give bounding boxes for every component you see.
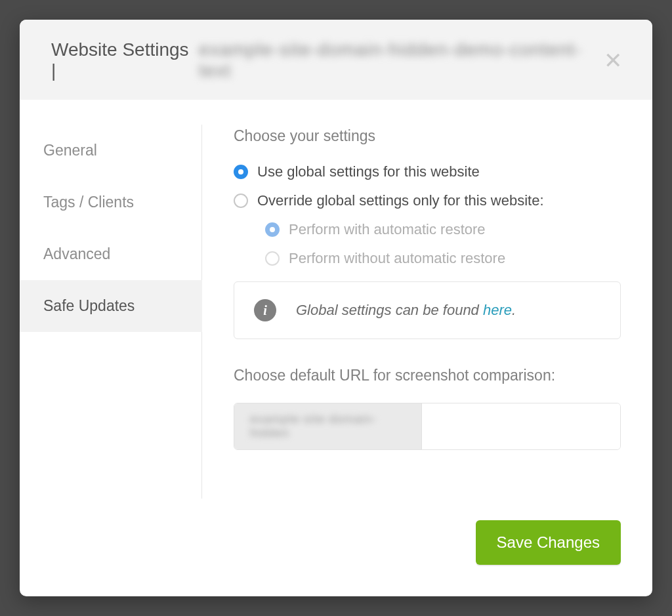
modal-title: Website Settings | example-site-domain-h…	[51, 39, 600, 81]
global-settings-info: i Global settings can be found here.	[234, 281, 621, 339]
info-icon: i	[254, 299, 276, 321]
sidebar-item-safe-updates[interactable]: Safe Updates	[20, 280, 202, 332]
title-site-name: example-site-domain-hidden-demo-content-…	[199, 39, 600, 81]
radio-icon	[234, 194, 248, 208]
info-text-body: Global settings can be found	[296, 302, 483, 318]
radio-icon	[234, 165, 248, 179]
sidebar-item-tags-clients[interactable]: Tags / Clients	[20, 176, 202, 228]
settings-sidebar: General Tags / Clients Advanced Safe Upd…	[20, 100, 202, 520]
screenshot-url-field: example-site-domain-hidden	[234, 403, 621, 450]
radio-icon	[265, 251, 280, 266]
sub-option-without-restore[interactable]: Perform without automatic restore	[265, 250, 621, 267]
sidebar-divider	[20, 332, 202, 499]
option-use-global[interactable]: Use global settings for this website	[234, 163, 621, 180]
sidebar-item-advanced[interactable]: Advanced	[20, 228, 202, 280]
settings-modal: Website Settings | example-site-domain-h…	[20, 20, 652, 596]
global-settings-link[interactable]: here	[483, 302, 512, 318]
url-prefix: example-site-domain-hidden	[234, 403, 422, 449]
sub-option-with-restore-label: Perform with automatic restore	[289, 221, 486, 238]
url-path-input[interactable]	[422, 403, 620, 449]
settings-content: Choose your settings Use global settings…	[202, 100, 652, 520]
option-use-global-label: Use global settings for this website	[257, 163, 480, 180]
close-icon[interactable]: ✕	[600, 49, 626, 72]
settings-mode-group: Use global settings for this website Ove…	[234, 163, 621, 267]
url-prefix-text: example-site-domain-hidden	[250, 413, 406, 440]
sub-option-with-restore[interactable]: Perform with automatic restore	[265, 221, 621, 238]
modal-footer: Save Changes	[20, 520, 652, 596]
override-sub-options: Perform with automatic restore Perform w…	[265, 221, 621, 267]
choose-url-heading: Choose default URL for screenshot compar…	[234, 367, 621, 384]
title-prefix: Website Settings |	[51, 39, 194, 81]
modal-body: General Tags / Clients Advanced Safe Upd…	[20, 100, 652, 520]
radio-icon	[265, 222, 280, 237]
info-text: Global settings can be found here.	[296, 302, 516, 319]
modal-header: Website Settings | example-site-domain-h…	[20, 20, 652, 100]
option-override[interactable]: Override global settings only for this w…	[234, 192, 621, 209]
option-override-label: Override global settings only for this w…	[257, 192, 544, 209]
sub-option-without-restore-label: Perform without automatic restore	[289, 250, 505, 267]
info-text-period: .	[512, 302, 516, 318]
choose-settings-heading: Choose your settings	[234, 127, 621, 145]
sidebar-item-general[interactable]: General	[20, 125, 202, 176]
save-changes-button[interactable]: Save Changes	[476, 520, 621, 565]
